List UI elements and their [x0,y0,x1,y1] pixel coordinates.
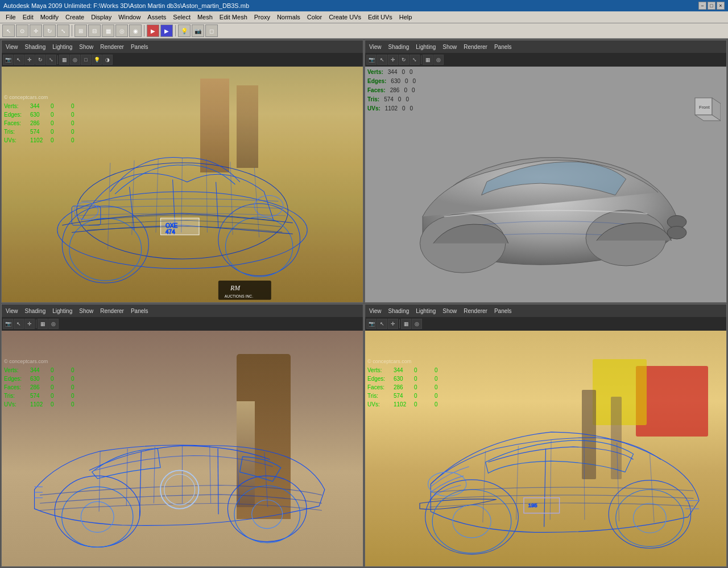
svg-point-2 [62,206,148,283]
main-toolbar: ↖ ⊙ ✛ ↻ ⤡ ⊞ ⊟ ▦ ◎ ◉ ▶ ▶ 💡 📷 ◻ [0,23,728,39]
menu-display[interactable]: Display [88,13,115,22]
vp-bl-icon-cam[interactable]: 📷 [3,319,13,329]
vp-bl-icon-move[interactable]: ✛ [24,319,35,329]
viewport-bottom-left[interactable]: View Shading Lighting Show Renderer Pane… [1,304,363,567]
vp-bl-icon-sel[interactable]: ↖ [14,319,24,329]
menu-color[interactable]: Color [304,13,325,22]
tb-ipr-btn[interactable]: ▶ [160,24,173,37]
maximize-button[interactable]: □ [708,2,715,10]
menu-createuvs[interactable]: Create UVs [325,13,365,22]
vp-bl-sep [36,319,36,328]
vp-tr-icon-move[interactable]: ✛ [388,55,398,65]
menu-modify[interactable]: Modify [37,13,62,22]
vp-br-icon-move[interactable]: ✛ [388,319,398,329]
vp-bl-panels[interactable]: Panels [129,307,150,315]
vp-tr-icon-cam[interactable]: 📷 [366,55,377,65]
vp-tr-icon-rot[interactable]: ↻ [399,55,409,65]
vp-bl-bg: © conceptcars.com Verts:34400 Edges:6300… [2,331,363,566]
vp-bl-show[interactable]: Show [77,307,95,315]
tb-wire-btn[interactable]: ▦ [102,24,114,37]
vp-tl-icon-cam[interactable]: 📷 [3,55,13,65]
menu-assets[interactable]: Assets [144,13,169,22]
vp-br-renderer[interactable]: Renderer [462,307,489,315]
vp-tr-show[interactable]: Show [441,43,458,51]
svg-point-22 [667,226,686,239]
vp-tr-icon-wire[interactable]: ▦ [423,55,433,65]
tb-flat-btn[interactable]: ◉ [129,24,142,37]
vp-tl-icon-move[interactable]: ✛ [24,55,35,65]
menu-normals[interactable]: Normals [274,13,304,22]
vp-br-icon-smooth[interactable]: ◎ [412,319,422,329]
menu-edit[interactable]: Edit [19,13,37,22]
tb-select-btn[interactable]: ↖ [2,24,15,37]
vp-br-lighting[interactable]: Lighting [414,307,437,315]
vp-bl-shading[interactable]: Shading [23,307,48,315]
tb-poly-btn[interactable]: ◻ [205,24,218,37]
tb-scale-btn[interactable]: ⤡ [57,24,69,37]
menu-window[interactable]: Window [115,13,144,22]
vp-tr-renderer[interactable]: Renderer [462,43,489,51]
vp-bl-icon-smooth[interactable]: ◎ [48,319,59,329]
shaded-car-svg [365,67,726,302]
menu-file[interactable]: File [2,13,19,22]
tb-render-btn[interactable]: ▶ [147,24,159,37]
menu-mesh[interactable]: Mesh [194,13,216,22]
vp-tl-icon-scale[interactable]: ⤡ [46,55,56,65]
menu-proxy[interactable]: Proxy [251,13,274,22]
vp-tr-shading[interactable]: Shading [387,43,411,51]
close-button[interactable]: × [717,2,725,10]
tb-snap-btn[interactable]: ⊟ [88,24,101,37]
vp-tl-renderer[interactable]: Renderer [98,43,126,51]
viewport-grid: View Shading Lighting Show Renderer Pane… [0,39,728,568]
nav-cube[interactable]: Front [692,95,721,124]
vp-br-icon-cam[interactable]: 📷 [366,319,377,329]
vp-tl-icon-wire[interactable]: ▦ [59,55,69,65]
menu-editmesh[interactable]: Edit Mesh [216,13,251,22]
viewport-top-right[interactable]: View Shading Lighting Show Renderer Pane… [365,40,727,303]
main-content: View Shading Lighting Show Renderer Pane… [0,39,728,568]
tb-cam-btn[interactable]: 📷 [192,24,204,37]
vp-br-show[interactable]: Show [441,307,458,315]
vp-bl-renderer[interactable]: Renderer [98,307,126,315]
vp-tl-icon-rot[interactable]: ↻ [35,55,46,65]
vp-tl-icon-light[interactable]: 💡 [92,55,102,65]
car-wireframe-tl: OXE 474 [2,67,363,302]
vp-br-panels[interactable]: Panels [493,307,514,315]
vp-tr-panels[interactable]: Panels [493,43,514,51]
tb-light-btn[interactable]: 💡 [178,24,191,37]
tb-rotate-btn[interactable]: ↻ [43,24,56,37]
viewport-bottom-right[interactable]: View Shading Lighting Show Renderer Pane… [365,304,727,567]
vp-bl-icon-wire[interactable]: ▦ [38,319,48,329]
vp-tr-icon-sel[interactable]: ↖ [377,55,387,65]
vp-tl-icon-sel[interactable]: ↖ [14,55,24,65]
vp-br-shading[interactable]: Shading [387,307,411,315]
vp-tl-icon-shadow[interactable]: ◑ [102,55,113,65]
window-title: Autodesk Maya 2009 Unlimited: F:\Works 3… [3,2,249,9]
vp-tl-shading[interactable]: Shading [23,43,48,51]
tb-lasso-btn[interactable]: ⊙ [16,24,28,37]
vp-tl-panels[interactable]: Panels [129,43,150,51]
menu-create[interactable]: Create [62,13,88,22]
vp-tl-view[interactable]: View [4,43,20,51]
tb-move-btn[interactable]: ✛ [30,24,42,37]
vp-br-view[interactable]: View [367,307,383,315]
vp-bl-view[interactable]: View [4,307,20,315]
vp-tl-icon-tex[interactable]: □ [81,55,91,65]
viewport-top-left[interactable]: View Shading Lighting Show Renderer Pane… [1,40,363,303]
vp-br-icon-wire[interactable]: ▦ [401,319,411,329]
tb-history-btn[interactable]: ⊞ [75,24,87,37]
vp-tl-lighting[interactable]: Lighting [51,43,74,51]
vp-br-icon-sel[interactable]: ↖ [377,319,387,329]
vp-tr-view[interactable]: View [367,43,383,51]
vp-tl-show[interactable]: Show [77,43,95,51]
vp-tl-icon-smooth[interactable]: ◎ [70,55,80,65]
menu-edituvs[interactable]: Edit UVs [365,13,396,22]
minimize-button[interactable]: − [698,2,706,10]
vp-bl-lighting[interactable]: Lighting [51,307,74,315]
menu-select[interactable]: Select [169,13,194,22]
vp-tr-lighting[interactable]: Lighting [414,43,437,51]
vp-tr-icon-scale[interactable]: ⤡ [410,55,420,65]
tb-smooth-btn[interactable]: ◎ [115,24,128,37]
vp-tr-icon-smooth[interactable]: ◎ [433,55,444,65]
menu-help[interactable]: Help [396,13,416,22]
